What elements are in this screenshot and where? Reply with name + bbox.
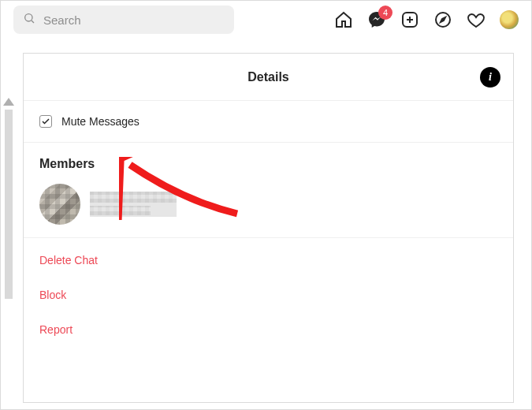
svg-point-0	[25, 14, 32, 21]
details-panel: Details i Mute Messages Members Delete C…	[23, 53, 514, 403]
nav-icons: 4	[334, 10, 519, 29]
messenger-badge: 4	[378, 6, 392, 20]
mute-checkbox[interactable]	[39, 115, 52, 128]
activity-icon[interactable]	[467, 10, 485, 29]
delete-chat-link[interactable]: Delete Chat	[24, 243, 513, 278]
search-box[interactable]	[13, 6, 234, 34]
svg-line-1	[32, 20, 34, 23]
mute-messages-row[interactable]: Mute Messages	[24, 101, 513, 143]
member-name-blurred	[90, 192, 177, 217]
members-heading: Members	[39, 157, 497, 171]
home-icon[interactable]	[334, 10, 353, 29]
member-avatar	[39, 184, 80, 225]
report-link[interactable]: Report	[24, 312, 513, 347]
panel-header: Details i	[24, 54, 513, 101]
member-row[interactable]	[39, 184, 497, 225]
search-icon	[23, 12, 35, 28]
scrollbar[interactable]	[5, 110, 13, 299]
messenger-icon[interactable]: 4	[367, 10, 386, 29]
explore-icon[interactable]	[433, 10, 452, 29]
new-post-icon[interactable]	[400, 10, 419, 29]
top-bar: 4	[1, 1, 531, 39]
info-icon[interactable]: i	[480, 67, 500, 88]
svg-marker-6	[441, 17, 445, 22]
members-section: Members	[24, 143, 513, 238]
danger-actions: Delete Chat Block Report	[24, 238, 513, 352]
content-area: Details i Mute Messages Members Delete C…	[1, 39, 531, 410]
panel-title: Details	[247, 70, 288, 84]
profile-avatar[interactable]	[500, 10, 519, 29]
search-input[interactable]	[43, 13, 225, 27]
block-link[interactable]: Block	[24, 278, 513, 312]
mute-label: Mute Messages	[61, 115, 140, 128]
